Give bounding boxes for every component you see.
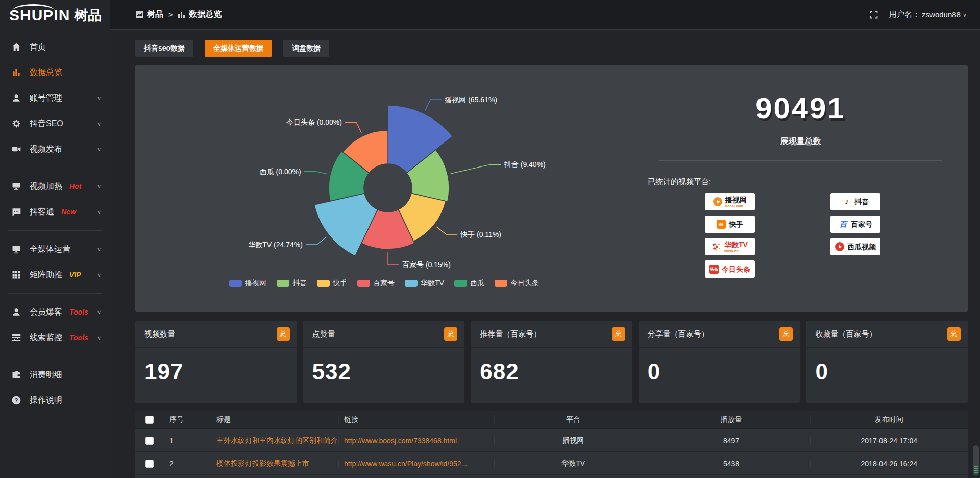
- total-badge[interactable]: 总: [947, 327, 961, 341]
- total-badge[interactable]: 总: [444, 327, 457, 341]
- platform-badge-toutiao[interactable]: 头条 今日头条: [705, 260, 755, 278]
- tab-douyin-seo-data[interactable]: 抖音seo数据: [135, 40, 193, 57]
- sidebar-item-label: 操作说明: [30, 395, 62, 406]
- legend-item-5[interactable]: 西瓜: [454, 279, 484, 288]
- pie-label-line: [388, 252, 399, 265]
- sidebar-item-doketong[interactable]: 抖客通 New ∨: [0, 199, 110, 225]
- sidebar-divider: [8, 230, 102, 231]
- col-header-link: 链接: [338, 415, 494, 424]
- legend-swatch: [454, 280, 467, 287]
- tab-inquiry-data[interactable]: 询盘数据: [283, 40, 329, 57]
- mini-bar-chart-icon: [178, 11, 185, 18]
- sidebar-item-member-burst[interactable]: 会员爆客 Tools ∨: [0, 299, 110, 325]
- legend-item-1[interactable]: 抖音: [277, 279, 307, 288]
- pie-label: 华数TV (24.74%): [248, 241, 303, 249]
- chevron-down-icon: ∨: [97, 334, 101, 341]
- sidebar-item-matrix-boost[interactable]: 矩阵助推 VIP ∨: [0, 262, 110, 288]
- platform-subtext: wasu.cn: [724, 249, 739, 253]
- col-header-index: 序号: [164, 415, 211, 424]
- platform-badge-kuaishou[interactable]: 66 快手: [705, 216, 755, 233]
- legend-item-6[interactable]: 今日头条: [495, 279, 539, 288]
- platform-badge-baijiahao[interactable]: 百 百家号: [830, 216, 880, 233]
- platform-name: 华数TV: [724, 241, 748, 248]
- row-checkbox[interactable]: [145, 437, 154, 445]
- sidebar-item-label: 视频加热: [30, 181, 62, 192]
- username-prefix: 用户名：: [889, 10, 920, 19]
- total-badge[interactable]: 总: [612, 327, 625, 341]
- legend-swatch: [405, 280, 418, 287]
- chevron-down-icon: ∨: [97, 246, 101, 253]
- sidebar-divider: [8, 168, 102, 168]
- summary-divider: [659, 160, 942, 161]
- vertical-scrollbar[interactable]: [973, 445, 979, 476]
- legend-label: 今日头条: [510, 279, 539, 288]
- breadcrumb-current[interactable]: 数据总览: [178, 9, 222, 20]
- brand-logo[interactable]: SHUPIN 树品: [0, 0, 110, 30]
- sidebar-item-omnimedia[interactable]: 全媒体运营 ∨: [0, 236, 110, 262]
- legend-item-2[interactable]: 快手: [317, 279, 347, 288]
- stat-label: 收藏量（百家号）: [815, 329, 876, 339]
- breadcrumb-label: 数据总览: [189, 9, 222, 20]
- col-header-title: 标题: [211, 415, 338, 424]
- sidebar-item-help[interactable]: ? 操作说明: [0, 388, 110, 413]
- video-title-link[interactable]: 楼体投影灯投影效果震撼上市: [216, 459, 309, 467]
- vip-badge: VIP: [69, 271, 81, 279]
- legend-item-3[interactable]: 百家号: [357, 279, 395, 288]
- sidebar-item-video-heat[interactable]: 视频加热 Hot ∨: [0, 174, 110, 199]
- tab-omnimedia-data[interactable]: 全媒体运营数据: [205, 40, 272, 57]
- stat-value: 0: [639, 348, 800, 385]
- col-header-time: 发布时间: [810, 415, 968, 424]
- row-checkbox[interactable]: [145, 460, 154, 468]
- douyin-logo-icon: ♪: [842, 197, 851, 206]
- platform-name: 今日头条: [722, 266, 750, 273]
- platform-name: 抖音: [854, 198, 869, 205]
- pie-label-line: [425, 100, 442, 111]
- pie-label: 今日头条 (0.00%): [286, 118, 342, 126]
- video-title-link[interactable]: 室外水纹灯和室内水纹灯的区别和简介: [216, 436, 338, 444]
- tools-badge: Tools: [69, 308, 88, 316]
- total-badge[interactable]: 总: [779, 327, 793, 341]
- sidebar-item-label: 矩阵助推: [30, 270, 62, 280]
- sidebar-nav: 首页 数据总览 账号管理 ∨ 抖音SEO ∨ 视频发布 ∨: [0, 30, 110, 413]
- fullscreen-icon[interactable]: [870, 11, 878, 19]
- select-all-checkbox[interactable]: [145, 416, 154, 424]
- gear-icon: [11, 118, 21, 129]
- total-badge[interactable]: 总: [277, 327, 290, 341]
- stat-value: 197: [135, 348, 297, 385]
- sidebar-item-account[interactable]: 账号管理 ∨: [0, 85, 110, 111]
- platform-subtext: boosj.com: [725, 204, 743, 208]
- sidebar-item-data-overview[interactable]: 数据总览: [0, 60, 110, 85]
- sidebar-item-video-publish[interactable]: 视频发布 ∨: [0, 136, 110, 162]
- video-url-link[interactable]: http://www.wasu.cn/Play/show/id/952...: [344, 460, 467, 468]
- bar-chart-icon: [11, 67, 21, 78]
- row-platform: 华数TV: [494, 459, 652, 468]
- main-content: 抖音seo数据 全媒体运营数据 询盘数据 播视网 (65.61%)抖音 (9.4…: [110, 30, 980, 478]
- platform-badge-wasu[interactable]: 华数TVwasu.cn: [705, 238, 755, 255]
- sidebar-item-douyin-seo[interactable]: 抖音SEO ∨: [0, 111, 110, 136]
- legend-item-0[interactable]: 播视网: [229, 279, 266, 288]
- user-menu[interactable]: 用户名： zswodun88 ∨: [889, 10, 967, 19]
- platform-badge-boosj[interactable]: 播视网boosj.com: [705, 193, 755, 210]
- chevron-down-icon: ∨: [97, 209, 101, 216]
- legend-label: 百家号: [373, 279, 395, 288]
- pie-label-line: [451, 164, 501, 174]
- sidebar-item-label: 全媒体运营: [30, 244, 70, 255]
- video-url-link[interactable]: http://www.boosj.com/7338468.html: [344, 437, 457, 445]
- pie-label: 播视网 (65.61%): [444, 95, 497, 104]
- table-row: 1 室外水纹灯和室内水纹灯的区别和简介 http://www.boosj.com…: [135, 429, 968, 452]
- breadcrumb-home[interactable]: 树品: [136, 9, 163, 20]
- svg-text:?: ?: [14, 397, 18, 403]
- row-views: 8497: [652, 437, 810, 445]
- legend-swatch: [229, 280, 242, 287]
- legend-item-4[interactable]: 华数TV: [405, 279, 444, 288]
- pie-slice-4[interactable]: [314, 193, 378, 256]
- sidebar-item-home[interactable]: 首页: [0, 34, 110, 60]
- videos-table: 序号 标题 链接 平台 播放量 发布时间 1 室外水纹灯和室内水纹灯的区别和简介…: [135, 411, 968, 478]
- platform-badge-xigua[interactable]: 西瓜视频: [830, 238, 880, 255]
- row-platform: 播视网: [494, 436, 652, 445]
- sidebar-item-lead-monitor[interactable]: 线索监控 Tools ∨: [0, 325, 110, 350]
- platform-badge-douyin[interactable]: ♪ 抖音: [830, 193, 880, 210]
- sidebar-item-spend-detail[interactable]: 消费明细: [0, 362, 110, 388]
- stat-card-video-count: 视频数量总 197: [135, 321, 297, 403]
- rose-pie-chart[interactable]: 播视网 (65.61%)抖音 (9.40%)快手 (0.11%)百家号 (0.1…: [135, 65, 633, 312]
